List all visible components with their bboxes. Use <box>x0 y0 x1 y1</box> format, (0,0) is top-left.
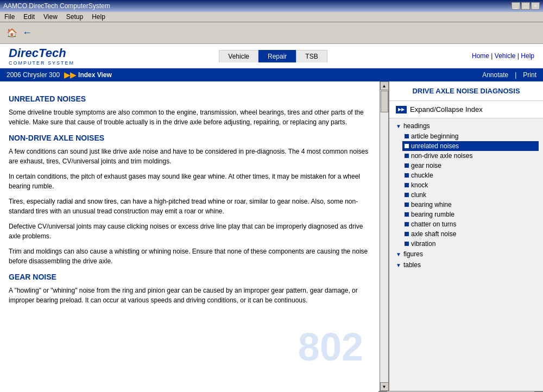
bullet-icon <box>405 242 409 246</box>
scroll-track[interactable] <box>380 90 388 382</box>
tree-item-unrelated-noises[interactable]: unrelated noises <box>402 141 539 151</box>
section2-heading: NON-DRIVE AXLE NOISES <box>9 134 371 142</box>
tree-item-axle-shaft-noise[interactable]: axle shaft noise <box>402 229 539 239</box>
bullet-icon <box>405 134 409 138</box>
tree-label[interactable]: axle shaft noise <box>411 230 456 238</box>
tree-item-vibration[interactable]: vibration <box>402 239 539 249</box>
triangle-icon: ▼ <box>396 123 401 129</box>
tree-label[interactable]: bearing rumble <box>411 211 454 218</box>
triangle-icon: ▼ <box>396 251 401 257</box>
tree-label[interactable]: non-drive axle noises <box>411 152 472 160</box>
tree-label[interactable]: article beginning <box>411 132 458 140</box>
index-view[interactable]: ▶▶ Index View <box>64 71 112 79</box>
menu-edit[interactable]: Edit <box>23 13 35 21</box>
tree-item-bearing-rumble[interactable]: bearing rumble <box>402 210 539 219</box>
tree-item-clunk[interactable]: clunk <box>402 190 539 200</box>
content-scrollbar[interactable]: ▲ ▼ <box>380 81 388 391</box>
tree-label[interactable]: clunk <box>411 191 426 199</box>
expand-icon[interactable]: ▶▶ <box>396 106 407 113</box>
scroll-thumb[interactable] <box>381 91 388 112</box>
subheader-right: Annotate | Print <box>482 71 536 79</box>
close-button[interactable]: × <box>531 2 540 10</box>
tree-label[interactable]: gear noise <box>411 162 441 169</box>
logo-main: DirecTech <box>9 46 74 60</box>
expand-collapse-bar[interactable]: ▶▶ Expand/Collapse Index <box>389 101 543 118</box>
triangle-icon: ▼ <box>396 262 401 268</box>
tree-item-gear-noise[interactable]: gear noise <box>402 161 539 170</box>
tree-label[interactable]: vibration <box>411 240 435 248</box>
home-button[interactable]: 🏠 <box>4 26 20 41</box>
index-view-label[interactable]: Index View <box>78 71 112 79</box>
tree-item-chuckle[interactable]: chuckle <box>402 170 539 180</box>
vehicle-name: 2006 Chrysler 300 <box>7 71 60 79</box>
section2-para5: Trim and moldings can also cause a whist… <box>9 246 371 266</box>
menu-view[interactable]: View <box>43 13 58 21</box>
section2-para4: Defective CV/universal joints may cause … <box>9 222 371 241</box>
bullet-icon <box>405 183 409 187</box>
section1-heading: UNRELATED NOISES <box>9 94 371 103</box>
tree-item-non-drive-axle[interactable]: non-drive axle noises <box>402 151 539 161</box>
bullet-icon <box>405 154 409 158</box>
tree-item-bearing-whine[interactable]: bearing whine <box>402 200 539 210</box>
section3-heading: GEAR NOISE <box>9 273 371 281</box>
minimize-button[interactable]: _ <box>512 2 520 10</box>
section2-para1: A few conditions can sound just like dri… <box>9 147 371 166</box>
tree-item-article-beginning[interactable]: article beginning <box>402 131 539 141</box>
index-tree: ▼ headings article beginning unrelated n… <box>389 118 543 273</box>
tree-tables-label[interactable]: tables <box>403 261 421 269</box>
section1-para1: Some driveline trouble symptoms are also… <box>9 108 371 127</box>
menu-file[interactable]: File <box>4 13 15 21</box>
tree-label[interactable]: knock <box>411 181 428 189</box>
logo: DirecTech COMPUTER SYSTEM <box>9 46 74 66</box>
scroll-up-button[interactable]: ▲ <box>380 81 389 90</box>
nav-tabs: Vehicle Repair TSB <box>219 50 327 62</box>
tree-figures-label[interactable]: figures <box>403 250 423 258</box>
tree-item-chatter-on-turns[interactable]: chatter on turns <box>402 219 539 229</box>
tab-vehicle[interactable]: Vehicle <box>219 50 258 62</box>
tree-label[interactable]: unrelated noises <box>411 142 459 150</box>
index-arrow-icon: ▶▶ <box>64 71 76 79</box>
tree-group-tables[interactable]: ▼ tables <box>394 260 539 270</box>
annotate-link[interactable]: Annotate <box>482 71 508 79</box>
tree-label[interactable]: bearing whine <box>411 201 452 208</box>
separator: | <box>515 71 516 79</box>
logo-sub: COMPUTER SYSTEM <box>9 60 74 66</box>
content-pane: 802 UNRELATED NOISES Some driveline trou… <box>0 81 380 391</box>
maximize-button[interactable]: □ <box>521 2 530 10</box>
scroll-down-button[interactable]: ▼ <box>380 382 389 391</box>
tree-headings-label[interactable]: headings <box>403 122 430 130</box>
bullet-icon <box>405 212 409 217</box>
bullet-icon <box>405 173 409 178</box>
expand-label[interactable]: Expand/Collapse Index <box>410 105 483 113</box>
subheader: 2006 Chrysler 300 ▶▶ Index View Annotate… <box>0 68 543 81</box>
menu-setup[interactable]: Setup <box>66 13 83 21</box>
home-link[interactable]: Home <box>472 52 489 60</box>
tree-label[interactable]: chuckle <box>411 172 433 179</box>
tree-group-headings[interactable]: ▼ headings <box>394 121 539 131</box>
back-icon: ← <box>22 27 32 39</box>
header: DirecTech COMPUTER SYSTEM Vehicle Repair… <box>0 44 543 68</box>
vehicle-link[interactable]: Vehicle <box>495 52 516 60</box>
section2-para3: Tires, especially radial and snow tires,… <box>9 197 371 216</box>
tree-label[interactable]: chatter on turns <box>411 220 456 228</box>
bullet-icon <box>405 232 409 236</box>
titlebar: AAMCO DirecTech ComputerSystem _ □ × <box>0 0 543 12</box>
subheader-left: 2006 Chrysler 300 ▶▶ Index View <box>7 71 112 79</box>
tree-group-figures[interactable]: ▼ figures <box>394 249 539 260</box>
watermark: 802 <box>298 325 363 369</box>
tab-tsb[interactable]: TSB <box>296 50 327 62</box>
print-link[interactable]: Print <box>523 71 536 79</box>
tree-item-knock[interactable]: knock <box>402 180 539 190</box>
section2-para2: In certain conditions, the pitch of exha… <box>9 172 371 191</box>
bullet-icon <box>405 163 409 168</box>
panel-title: DRIVE AXLE NOISE DIAGNOSIS <box>389 81 543 101</box>
bullet-icon <box>405 193 409 197</box>
tab-repair[interactable]: Repair <box>258 50 296 62</box>
toolbar: 🏠 ← <box>0 22 543 44</box>
back-button[interactable]: ← <box>20 26 35 41</box>
help-link[interactable]: Help <box>521 52 534 60</box>
section3-para1: A "howling" or "whining" noise from the … <box>9 286 371 305</box>
titlebar-title: AAMCO DirecTech ComputerSystem <box>3 2 110 10</box>
menu-help[interactable]: Help <box>92 13 105 21</box>
window-controls[interactable]: _ □ × <box>512 2 540 10</box>
